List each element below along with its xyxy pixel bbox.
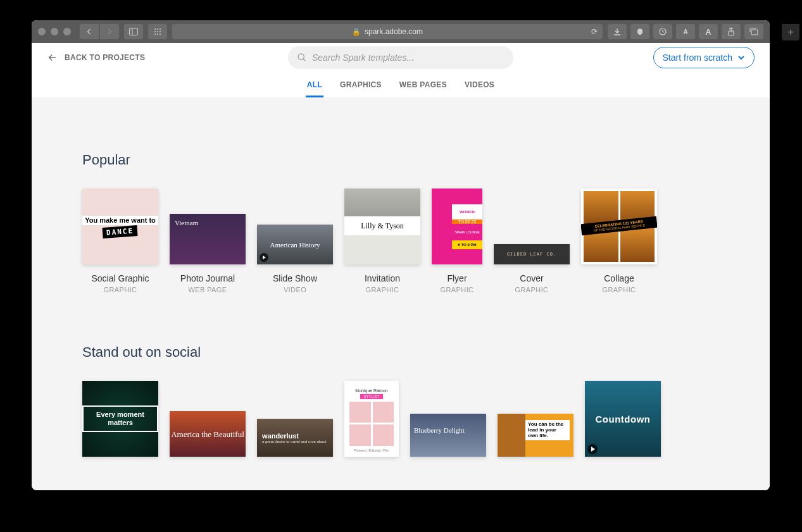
browser-toolbar: 🔒 spark.adobe.com ⟳ A A [32, 20, 770, 43]
template-thumbnail: American History [257, 225, 333, 264]
minimize-window-icon[interactable] [51, 28, 58, 35]
svg-point-4 [160, 28, 161, 30]
template-thumbnail[interactable]: wanderlust a great desire to travel and … [257, 419, 333, 457]
text-size-large-button[interactable]: A [699, 24, 718, 39]
template-thumbnail: WOMEN TH 02 22 SPARK LOUNGE 6 TO 9 PM [432, 189, 482, 264]
svg-point-9 [157, 34, 158, 35]
template-thumbnail: You make me want to DANCE [82, 189, 158, 264]
apps-grid-button[interactable] [148, 24, 167, 39]
play-icon [260, 253, 268, 262]
template-type: WEB PAGE [188, 286, 227, 294]
play-icon [587, 444, 598, 454]
nav-back-button[interactable] [80, 24, 99, 39]
search-box[interactable] [288, 46, 513, 69]
svg-point-3 [157, 28, 158, 30]
template-thumbnail[interactable]: Every moment matters [82, 381, 158, 457]
template-thumbnail: CELEBRATING 101 YEARSOF THE NATIONAL PAR… [581, 189, 657, 264]
popular-heading: Popular [82, 152, 719, 168]
adblock-button[interactable] [630, 24, 649, 39]
window-controls[interactable] [38, 28, 71, 35]
template-card[interactable]: You make me want to DANCE Social Graphic… [82, 189, 158, 294]
app-header: BACK TO PROJECTS Start from scratch [32, 43, 770, 72]
template-thumbnail: Lilly & Tyson [344, 189, 420, 264]
template-card[interactable]: American History Slide Show VIDEO [257, 225, 333, 294]
template-title: Social Graphic [91, 273, 149, 283]
search-icon [297, 53, 307, 63]
svg-point-8 [154, 34, 156, 35]
template-type: GRAPHIC [603, 286, 636, 294]
template-type: GRAPHIC [441, 286, 474, 294]
category-tabs: ALL GRAPHICS WEB PAGES VIDEOS [32, 72, 770, 97]
popular-row: You make me want to DANCE Social Graphic… [82, 189, 719, 294]
social-section: Stand out on social Every moment matters… [82, 344, 719, 457]
search-input[interactable] [312, 53, 504, 63]
back-label: BACK TO PROJECTS [65, 53, 145, 62]
template-card[interactable]: Vietnam Photo Journal WEB PAGE [170, 214, 246, 294]
svg-point-5 [154, 31, 156, 32]
template-card[interactable]: WOMEN TH 02 22 SPARK LOUNGE 6 TO 9 PM Fl… [432, 189, 482, 294]
tab-web-pages[interactable]: WEB PAGES [398, 80, 448, 97]
template-thumbnail[interactable]: Blueberry Delight [410, 414, 486, 457]
svg-point-7 [160, 31, 161, 32]
svg-point-14 [298, 54, 304, 59]
template-title: Slide Show [273, 273, 317, 283]
template-card[interactable]: GILDED LEAF CO. Cover GRAPHIC [494, 244, 570, 294]
svg-rect-13 [751, 30, 758, 35]
nav-forward-button[interactable] [100, 24, 119, 39]
browser-window: 🔒 spark.adobe.com ⟳ A A [32, 20, 770, 490]
social-heading: Stand out on social [82, 344, 719, 361]
template-type: GRAPHIC [104, 286, 137, 294]
template-card[interactable]: CELEBRATING 101 YEARSOF THE NATIONAL PAR… [581, 189, 657, 294]
template-card[interactable]: Lilly & Tyson Invitation GRAPHIC [344, 189, 420, 294]
share-button[interactable] [722, 24, 741, 39]
maximize-window-icon[interactable] [63, 28, 71, 35]
back-to-projects-link[interactable]: BACK TO PROJECTS [47, 52, 145, 63]
start-from-scratch-button[interactable]: Start from scratch [653, 47, 755, 68]
tab-graphics[interactable]: GRAPHICS [339, 80, 383, 97]
close-window-icon[interactable] [38, 28, 46, 35]
template-type: GRAPHIC [366, 286, 399, 294]
template-type: VIDEO [284, 286, 306, 294]
template-thumbnail[interactable]: You can be the lead in your own life. [498, 414, 573, 457]
address-url: spark.adobe.com [365, 27, 423, 36]
template-thumbnail: Vietnam [170, 214, 246, 264]
sidebar-toggle-button[interactable] [124, 24, 143, 39]
popular-section: Popular You make me want to DANCE Social… [82, 152, 719, 294]
svg-point-10 [160, 34, 161, 35]
svg-point-6 [157, 31, 158, 32]
svg-point-2 [154, 28, 156, 30]
template-title: Photo Journal [180, 273, 235, 283]
template-title: Cover [520, 273, 543, 283]
tab-all[interactable]: ALL [306, 80, 323, 97]
history-button[interactable] [653, 24, 672, 39]
template-title: Collage [604, 273, 634, 283]
template-thumbnail[interactable]: Monique Ramon STYLIST Pinterest | Editor… [344, 381, 399, 457]
tab-videos[interactable]: VIDEOS [463, 80, 496, 97]
new-tab-button[interactable]: + [782, 24, 799, 40]
template-thumbnail[interactable]: Countdown [585, 381, 661, 457]
svg-rect-0 [130, 28, 138, 35]
reload-icon[interactable]: ⟳ [591, 27, 598, 36]
chevron-down-icon [737, 54, 745, 61]
template-thumbnail[interactable]: America the Beautiful [170, 411, 246, 457]
address-bar[interactable]: 🔒 spark.adobe.com ⟳ [172, 24, 603, 39]
template-thumbnail: GILDED LEAF CO. [494, 244, 570, 264]
template-type: GRAPHIC [515, 286, 549, 294]
template-title: Invitation [365, 273, 400, 283]
template-title: Flyer [447, 273, 467, 283]
tabs-overview-button[interactable] [744, 24, 763, 39]
content-area: Popular You make me want to DANCE Social… [32, 97, 770, 490]
social-row: Every moment matters America the Beautif… [82, 381, 719, 457]
text-size-small-button[interactable]: A [676, 24, 695, 39]
start-button-label: Start from scratch [663, 53, 732, 63]
downloads-button[interactable] [608, 24, 627, 39]
lock-icon: 🔒 [352, 28, 361, 36]
